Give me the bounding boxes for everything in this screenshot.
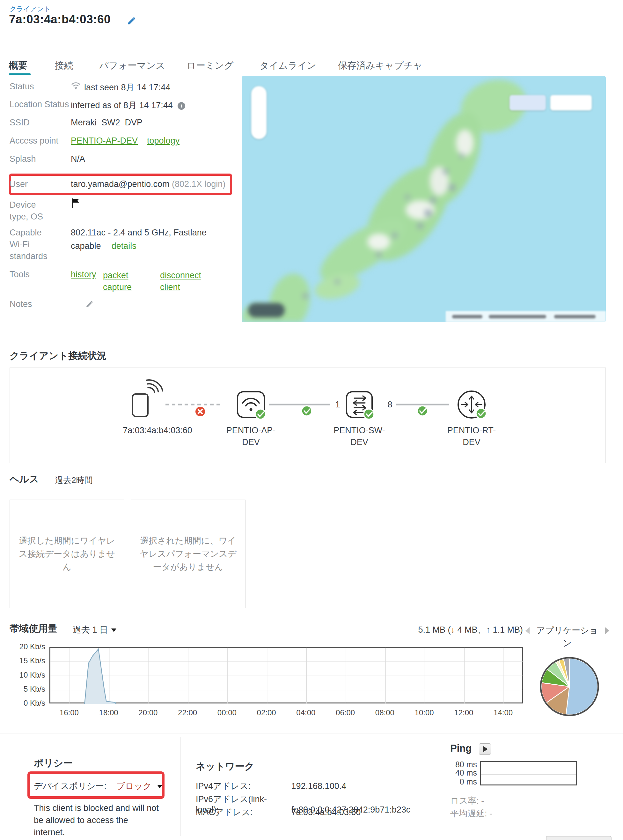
tool-packet-capture-link[interactable]: packet capture: [103, 269, 138, 293]
y-tick-10: 10 Kb/s: [6, 671, 45, 680]
tool-history-link[interactable]: history: [71, 269, 96, 280]
topology-diagram: [10, 368, 606, 463]
device-type-label-line2: type, OS: [9, 212, 43, 222]
status-value: last seen 8月 14 17:44: [84, 82, 170, 93]
splash-label: Splash: [9, 154, 36, 164]
ping-play-button[interactable]: [479, 743, 491, 755]
x-tick-06:00: 06:00: [331, 708, 360, 717]
chevron-down-icon: [111, 628, 117, 632]
access-point-label: Access point: [9, 136, 58, 146]
x-tick-16:00: 16:00: [55, 708, 84, 717]
info-icon[interactable]: i: [178, 102, 185, 110]
japan-landmass: [242, 76, 606, 322]
tab-5[interactable]: 保存済みキャプチャ: [338, 59, 422, 72]
details-link[interactable]: details: [112, 241, 137, 251]
notes-label: Notes: [9, 299, 32, 309]
x-tick-20:00: 20:00: [134, 708, 162, 717]
avg-latency-row: 平均遅延: -: [450, 808, 492, 819]
notes-pencil-icon[interactable]: [86, 300, 94, 309]
apps-prev-chevron-icon[interactable]: [525, 627, 529, 634]
health-period: 過去2時間: [55, 475, 92, 486]
no-connection-data-message: 選択した期間にワイヤレス接続データはありません: [17, 534, 117, 574]
x-tick-08:00: 08:00: [370, 708, 399, 717]
x-tick-10:00: 10:00: [410, 708, 439, 717]
breadcrumb[interactable]: クライアント: [9, 5, 51, 14]
ping-chart: [480, 761, 577, 785]
device-type-label-line1: Device: [9, 200, 36, 210]
policy-description: This client is blocked and will not be a…: [34, 802, 161, 838]
topology-link[interactable]: topology: [147, 136, 180, 146]
chevron-down-icon: [157, 785, 162, 788]
capable-wifi-value-line2: capable details: [71, 241, 137, 251]
health-section-heading: ヘルス: [9, 473, 39, 486]
tab-2[interactable]: パフォーマンス: [99, 59, 165, 72]
map-zoom-control[interactable]: [251, 86, 267, 139]
capable-wifi-label-line1: Capable: [9, 228, 42, 238]
x-tick-12:00: 12:00: [449, 708, 478, 717]
applications-title[interactable]: アプリケーション: [532, 624, 602, 649]
tab-0[interactable]: 概要: [9, 59, 28, 72]
wifi-status-icon: [71, 81, 81, 91]
applications-pie-chart[interactable]: [539, 656, 600, 717]
port-number-left: 1: [331, 399, 344, 411]
page-title: 7a:03:4a:b4:03:60: [9, 13, 110, 26]
mac-row: MACアドレス: 7a:03:4a:b4:03:60: [196, 806, 361, 818]
device-policy-value[interactable]: ブロック: [117, 781, 152, 791]
map-fullscreen-button[interactable]: [550, 95, 592, 111]
map-attribution: [446, 311, 606, 322]
tab-3[interactable]: ローミング: [187, 59, 234, 72]
device-flag-icon: [71, 198, 80, 210]
x-tick-14:00: 14:00: [489, 708, 517, 717]
bandwidth-total: 5.1 MB (↓ 4 MB、↑ 1.1 MB): [351, 624, 523, 635]
bandwidth-period-dropdown[interactable]: 過去 1 日: [73, 624, 117, 635]
active-tab-underline: [9, 73, 31, 75]
x-tick-02:00: 02:00: [252, 708, 281, 717]
no-performance-data-message: 選択された期間に、ワイヤレスパフォーマンスデータがありません: [139, 534, 238, 574]
topology-client-label: 7a:03:4a:b4:03:60: [100, 425, 215, 437]
map-layer-button[interactable]: [509, 95, 546, 111]
ping-gridline-80: [481, 766, 576, 766]
x-tick-00:00: 00:00: [213, 708, 241, 717]
ping-section-heading: Ping: [450, 743, 471, 754]
access-point-link[interactable]: PENTIO-AP-DEV: [71, 136, 138, 146]
ipv4-row: IPv4アドレス: 192.168.100.4: [196, 780, 346, 792]
bandwidth-chart[interactable]: [49, 647, 523, 703]
topology-router-label[interactable]: PENTIO-RT-DEV: [445, 425, 499, 448]
client-detail-page: クライアント 7a:03:4a:b4:03:60 概要接続パフォーマンスローミン…: [0, 0, 623, 840]
capable-wifi-label-line2: Wi-Fi: [9, 240, 30, 249]
location-status-label: Location Status: [9, 100, 69, 109]
ping-tick-40: 40 ms: [442, 768, 477, 777]
mac-label: MACアドレス:: [196, 806, 289, 818]
ping-gridline-40: [481, 774, 576, 775]
y-tick-20: 20 Kb/s: [6, 642, 45, 651]
device-policy-row[interactable]: デバイスポリシー: ブロック: [34, 780, 162, 792]
capable-wifi-label-line3: standards: [9, 251, 48, 261]
topology-switch-label[interactable]: PENTIO-SW-DEV: [332, 425, 387, 448]
capable-wifi-value-line1: 802.11ac - 2.4 and 5 GHz, Fastlane: [71, 228, 207, 238]
connection-section-heading: クライアント接続状況: [9, 349, 106, 362]
tab-1[interactable]: 接続: [55, 59, 73, 72]
connection-panel: 7a:03:4a:b4:03:60 PENTIO-AP-DEV PENTIO-S…: [9, 368, 606, 463]
x-tick-18:00: 18:00: [94, 708, 123, 717]
ipv4-label: IPv4アドレス:: [196, 780, 289, 792]
ping-tick-0: 0 ms: [442, 777, 477, 786]
tool-disconnect-client-link[interactable]: disconnect client: [160, 269, 208, 293]
location-status-value: inferred as of 8月 14 17:44 i: [71, 100, 185, 111]
pie-slice-0: [566, 658, 597, 715]
bandwidth-section-heading: 帯域使用量: [9, 622, 57, 635]
apps-next-chevron-icon[interactable]: [605, 627, 609, 634]
location-map[interactable]: [242, 76, 606, 322]
map-provider-logo: [248, 303, 285, 317]
topology-ap-label[interactable]: PENTIO-AP-DEV: [224, 425, 278, 448]
edit-title-pencil-icon[interactable]: [127, 16, 137, 27]
x-tick-04:00: 04:00: [292, 708, 320, 717]
tab-4[interactable]: タイムライン: [259, 59, 316, 72]
policy-section-heading: ポリシー: [34, 757, 73, 770]
ssid-label: SSID: [9, 118, 30, 128]
status-label: Status: [9, 82, 34, 92]
y-tick-5: 5 Kb/s: [6, 685, 45, 694]
bottom-right-partial-control[interactable]: [546, 836, 612, 840]
user-login-type: (802.1X login): [172, 179, 226, 189]
y-tick-0: 0 Kb/s: [6, 698, 45, 708]
ping-tick-80: 80 ms: [442, 760, 477, 769]
